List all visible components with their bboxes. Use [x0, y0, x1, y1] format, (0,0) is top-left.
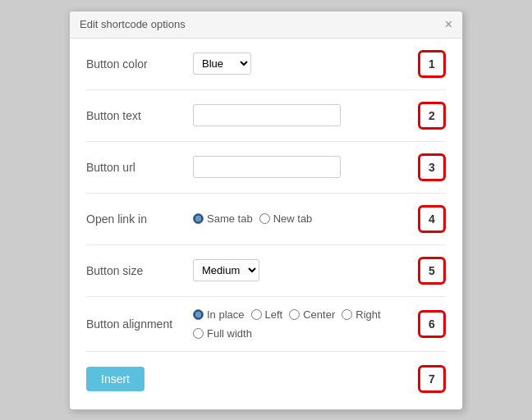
alignment-center-radio[interactable]: [289, 309, 300, 320]
dialog-title: Edit shortcode options: [80, 18, 186, 30]
button-url-input[interactable]: [193, 156, 341, 178]
button-color-row: Button color Blue Red Green Black 1: [86, 39, 446, 90]
button-text-label: Button text: [86, 109, 193, 122]
insert-button[interactable]: Insert: [86, 367, 144, 391]
button-alignment-row: Button alignment In place Left Center: [86, 297, 446, 352]
button-color-label: Button color: [86, 57, 193, 71]
same-tab-label: Same tab: [207, 212, 253, 225]
button-size-row: Button size Small Medium Large 5: [86, 245, 446, 297]
close-button[interactable]: ×: [445, 18, 452, 31]
alignment-radio-group: In place Left Center Right: [193, 308, 410, 340]
insert-row: Insert 7: [86, 352, 446, 393]
alignment-right-option[interactable]: Right: [342, 308, 380, 321]
button-url-row: Button url 3: [86, 142, 446, 194]
open-link-label: Open link in: [86, 212, 193, 226]
alignment-inplace-option[interactable]: In place: [193, 308, 245, 321]
dialog-body: Button color Blue Red Green Black 1 Butt…: [70, 39, 462, 409]
badge-4: 4: [418, 205, 446, 233]
badge-2: 2: [418, 102, 446, 130]
alignment-left-radio[interactable]: [251, 309, 262, 320]
open-link-row: Open link in Same tab New tab 4: [86, 194, 446, 245]
button-alignment-controls: In place Left Center Right: [193, 308, 446, 340]
button-color-select[interactable]: Blue Red Green Black: [193, 52, 251, 75]
same-tab-option[interactable]: Same tab: [193, 212, 253, 225]
alignment-right-label: Right: [355, 308, 380, 321]
alignment-inplace-label: In place: [207, 308, 245, 321]
button-text-controls: 2: [193, 102, 446, 130]
alignment-fullwidth-radio[interactable]: [193, 328, 204, 339]
badge-1: 1: [418, 50, 446, 78]
button-text-row: Button text 2: [86, 90, 446, 142]
alignment-fullwidth-option[interactable]: Full width: [193, 327, 252, 340]
button-alignment-label: Button alignment: [86, 317, 193, 331]
alignment-inplace-radio[interactable]: [193, 309, 204, 320]
button-size-select[interactable]: Small Medium Large: [193, 259, 259, 281]
dialog-header: Edit shortcode options ×: [70, 11, 462, 39]
alignment-left-option[interactable]: Left: [251, 308, 283, 321]
alignment-fullwidth-label: Full width: [207, 327, 252, 340]
open-link-radio-group: Same tab New tab: [193, 212, 312, 225]
badge-6: 6: [418, 310, 446, 338]
new-tab-option[interactable]: New tab: [259, 212, 313, 225]
edit-shortcode-dialog: Edit shortcode options × Button color Bl…: [69, 11, 463, 410]
new-tab-radio[interactable]: [259, 213, 270, 224]
button-url-controls: 3: [193, 153, 446, 181]
button-url-label: Button url: [86, 161, 193, 174]
alignment-center-label: Center: [303, 308, 335, 321]
button-text-input[interactable]: [193, 104, 341, 126]
button-size-label: Button size: [86, 264, 193, 277]
badge-5: 5: [418, 257, 446, 285]
badge-7: 7: [418, 365, 446, 393]
alignment-center-option[interactable]: Center: [289, 308, 335, 321]
badge-3: 3: [418, 153, 446, 181]
open-link-controls: Same tab New tab 4: [193, 205, 446, 233]
new-tab-label: New tab: [273, 212, 313, 225]
button-color-controls: Blue Red Green Black 1: [193, 50, 446, 78]
alignment-right-radio[interactable]: [342, 309, 352, 320]
alignment-left-label: Left: [265, 308, 283, 321]
same-tab-radio[interactable]: [193, 213, 204, 224]
button-size-controls: Small Medium Large 5: [193, 257, 446, 285]
